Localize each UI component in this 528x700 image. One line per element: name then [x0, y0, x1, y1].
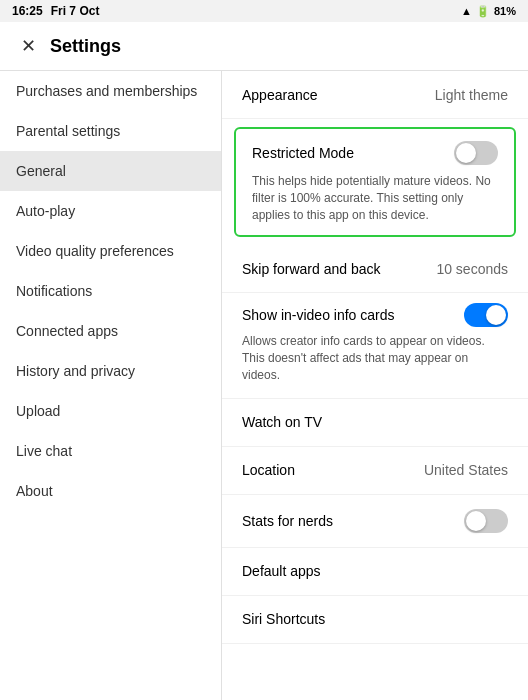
appearance-label: Appearance: [242, 87, 318, 103]
siri-shortcuts-label: Siri Shortcuts: [242, 611, 325, 627]
header: ✕ Settings: [0, 22, 528, 71]
status-date: Fri 7 Oct: [51, 4, 100, 18]
wifi-icon: ▲: [461, 5, 472, 17]
sidebar: Purchases and membershipsParental settin…: [0, 71, 222, 700]
skip-forward-back-row[interactable]: Skip forward and back 10 seconds: [222, 245, 528, 293]
sidebar-item-connected-apps[interactable]: Connected apps: [0, 311, 221, 351]
location-value: United States: [424, 462, 508, 478]
status-left: 16:25 Fri 7 Oct: [12, 4, 99, 18]
stats-for-nerds-toggle[interactable]: [464, 509, 508, 533]
info-cards-description: Allows creator info cards to appear on v…: [242, 333, 508, 383]
appearance-row[interactable]: Appearance Light theme: [222, 71, 528, 119]
main-panel: Appearance Light theme Restricted Mode T…: [222, 71, 528, 700]
status-bar: 16:25 Fri 7 Oct ▲ 🔋 81%: [0, 0, 528, 22]
content-area: Purchases and membershipsParental settin…: [0, 71, 528, 700]
watch-on-tv-label: Watch on TV: [242, 414, 322, 430]
status-right: ▲ 🔋 81%: [461, 5, 516, 18]
location-label: Location: [242, 462, 295, 478]
page-title: Settings: [50, 36, 121, 57]
sidebar-item-video-quality[interactable]: Video quality preferences: [0, 231, 221, 271]
restricted-mode-description: This helps hide potentially mature video…: [252, 173, 498, 223]
sidebar-item-purchases[interactable]: Purchases and memberships: [0, 71, 221, 111]
sidebar-item-notifications[interactable]: Notifications: [0, 271, 221, 311]
sidebar-item-about[interactable]: About: [0, 471, 221, 511]
restricted-mode-card: Restricted Mode This helps hide potentia…: [234, 127, 516, 237]
default-apps-row[interactable]: Default apps: [222, 548, 528, 596]
battery-level: 81%: [494, 5, 516, 17]
restricted-mode-title: Restricted Mode: [252, 145, 354, 161]
close-button[interactable]: ✕: [16, 34, 40, 58]
restricted-mode-toggle[interactable]: [454, 141, 498, 165]
sidebar-item-live-chat[interactable]: Live chat: [0, 431, 221, 471]
status-time: 16:25: [12, 4, 43, 18]
stats-toggle-knob: [466, 511, 486, 531]
skip-value: 10 seconds: [436, 261, 508, 277]
info-cards-section: Show in-video info cards Allows creator …: [222, 293, 528, 398]
info-cards-toggle-knob: [486, 305, 506, 325]
default-apps-label: Default apps: [242, 563, 321, 579]
sidebar-item-upload[interactable]: Upload: [0, 391, 221, 431]
battery-icon: 🔋: [476, 5, 490, 18]
sidebar-item-history-privacy[interactable]: History and privacy: [0, 351, 221, 391]
app-container: ✕ Settings Purchases and membershipsPare…: [0, 22, 528, 700]
restricted-mode-header: Restricted Mode: [252, 141, 498, 165]
skip-label: Skip forward and back: [242, 261, 381, 277]
toggle-knob: [456, 143, 476, 163]
sidebar-item-autoplay[interactable]: Auto-play: [0, 191, 221, 231]
info-cards-header: Show in-video info cards: [242, 303, 508, 327]
location-row[interactable]: Location United States: [222, 447, 528, 495]
stats-for-nerds-row[interactable]: Stats for nerds: [222, 495, 528, 548]
watch-on-tv-row[interactable]: Watch on TV: [222, 399, 528, 447]
info-cards-toggle[interactable]: [464, 303, 508, 327]
sidebar-item-general[interactable]: General: [0, 151, 221, 191]
sidebar-item-parental[interactable]: Parental settings: [0, 111, 221, 151]
info-cards-label: Show in-video info cards: [242, 307, 395, 323]
appearance-value: Light theme: [435, 87, 508, 103]
siri-shortcuts-row[interactable]: Siri Shortcuts: [222, 596, 528, 644]
stats-for-nerds-label: Stats for nerds: [242, 513, 333, 529]
